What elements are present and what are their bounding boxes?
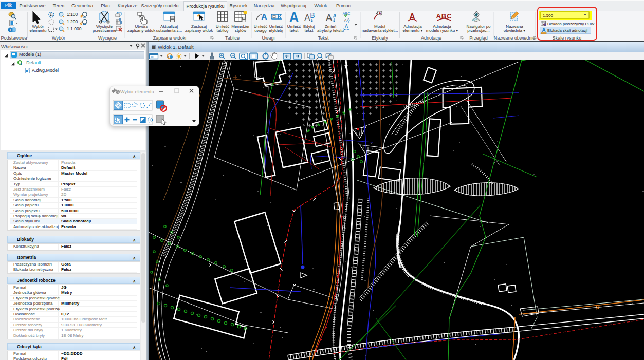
svg-text:Tekst: Tekst: [318, 35, 329, 41]
svg-text:A: A: [289, 11, 299, 24]
svg-text:Podstawowa: Podstawowa: [1, 35, 27, 41]
svg-text:elementu ▾: elementu ▾: [402, 28, 422, 33]
svg-text:zapisany widok: zapisany widok: [185, 28, 213, 33]
svg-text:A: A: [347, 17, 350, 21]
svg-text:ustawienia z...: ustawienia z...: [156, 28, 182, 33]
svg-text:Tablice: Tablice: [225, 35, 240, 41]
svg-text:nadawania etykiet...: nadawania etykiet...: [362, 28, 398, 33]
svg-text:Zapisane widoki: Zapisane widoki: [153, 35, 187, 41]
svg-text:zapisany widok: zapisany widok: [127, 28, 156, 33]
svg-text:i: i: [10, 28, 11, 32]
svg-text:modelu rysunku ▾: modelu rysunku ▾: [426, 28, 458, 33]
svg-text:A: A: [326, 12, 333, 23]
svg-text:tablicę: tablicę: [216, 28, 229, 33]
svg-text:stylów: stylów: [235, 28, 246, 33]
svg-text:tekst: tekst: [305, 28, 314, 33]
svg-text:Adnotacje: Adnotacje: [421, 35, 441, 41]
svg-text:Przegląd: Przegląd: [469, 35, 488, 41]
svg-text:A: A: [345, 24, 348, 29]
svg-text:Wybór: Wybór: [52, 35, 65, 41]
svg-text:elementu: elementu: [30, 28, 47, 33]
svg-text:A: A: [379, 11, 381, 15]
svg-text:Wycięcie: Wycięcie: [98, 35, 117, 41]
svg-text:atrybuty tekstu: atrybuty tekstu: [317, 28, 344, 33]
svg-text:Etykiety: Etykiety: [372, 35, 388, 41]
svg-text:A: A: [261, 12, 267, 22]
svg-text:1:100: 1:100: [67, 12, 78, 17]
svg-text:A: A: [344, 18, 347, 23]
svg-text:B: B: [310, 11, 315, 20]
svg-text:uwagę: uwagę: [254, 28, 267, 33]
svg-text:etykietę: etykietę: [269, 28, 283, 33]
svg-text:obwiednia ▾: obwiednia ▾: [504, 28, 525, 33]
svg-text:Uwagi: Uwagi: [262, 35, 274, 41]
svg-text:tekst: tekst: [290, 28, 299, 33]
svg-text:1:200: 1:200: [67, 19, 78, 24]
svg-text:przestrzenne: przestrzenne: [93, 28, 117, 33]
svg-text:Nazwane obwiednie: Nazwane obwiednie: [494, 35, 536, 41]
svg-text:1:1.000: 1:1.000: [67, 26, 82, 31]
svg-text:przekrojac...: przekrojac...: [467, 28, 490, 33]
svg-text:Wybór elementu: Wybór elementu: [120, 89, 154, 94]
